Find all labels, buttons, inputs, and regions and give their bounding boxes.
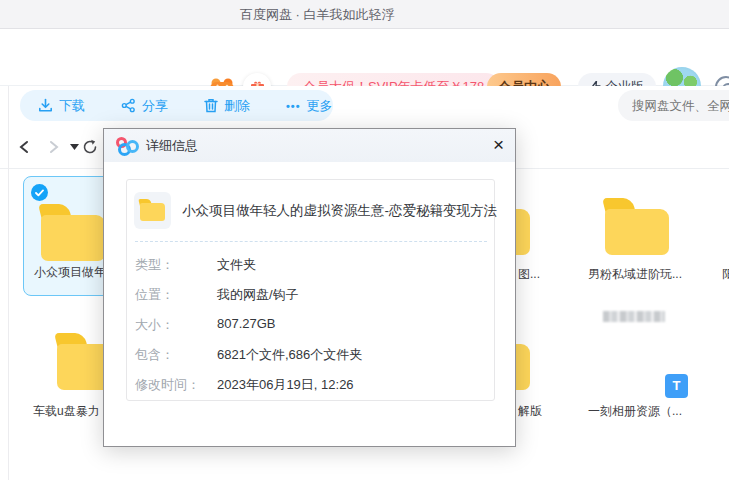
titlebar: 百度网盘 · 白羊我如此轻浮: [0, 0, 729, 29]
baidu-netdisk-window: 百度网盘 · 白羊我如此轻浮 会员大促！SVIP年卡低至￥178: [0, 0, 729, 480]
checkmark-icon: [31, 184, 48, 201]
close-icon[interactable]: ×: [493, 133, 504, 157]
detail-row-location: 位置： 我的网盘/钩子: [135, 286, 487, 304]
grid-item-label: 男粉私域进阶玩...: [588, 266, 682, 283]
modal-header: 详细信息 ×: [104, 129, 515, 162]
share-icon: [121, 98, 136, 113]
left-edge-divider: [8, 86, 9, 480]
grid-item-label: 小众项目做年: [34, 264, 106, 281]
modal-title: 详细信息: [146, 137, 198, 155]
detail-row-contains: 包含： 6821个文件,686个文件夹: [135, 346, 487, 364]
grid-item-label: 解版: [518, 403, 542, 420]
trash-icon: [204, 98, 218, 113]
file-icon-tile: [134, 192, 171, 229]
folder-icon: [41, 204, 105, 261]
window-title: 百度网盘 · 白羊我如此轻浮: [240, 6, 395, 24]
toolbar-pill: 下载 分享 删除: [20, 90, 333, 121]
details-modal: 详细信息 × 小众项目做年轻人的虚拟资源生意-恋爱秘籍变现方法 类型： 文件夹 …: [103, 128, 516, 447]
text-file-icon: T: [665, 374, 688, 398]
detail-row-size: 大小： 807.27GB: [135, 316, 487, 334]
delete-button[interactable]: 删除: [186, 97, 268, 115]
baidu-netdisk-logo-icon: [116, 137, 138, 155]
blurred-text: [603, 311, 665, 322]
share-button[interactable]: 分享: [103, 97, 186, 115]
more-dots-icon: •••: [286, 100, 301, 112]
download-button[interactable]: 下载: [20, 97, 103, 115]
forward-button[interactable]: [44, 137, 64, 157]
detail-row-modified: 修改时间： 2023年06月19日, 12:26: [135, 376, 487, 394]
more-button[interactable]: ••• 更多: [268, 97, 351, 115]
grid-item-label: 阳: [722, 266, 729, 283]
grid-item-label: 车载u盘暴力: [33, 403, 100, 420]
grid-item-label: 一刻相册资源（...: [588, 403, 682, 420]
back-button[interactable]: [14, 137, 34, 157]
file-name: 小众项目做年轻人的虚拟资源生意-恋爱秘籍变现方法: [182, 202, 497, 220]
search-input[interactable]: [618, 90, 729, 121]
grid-item-label: 图...: [518, 266, 540, 283]
download-icon: [38, 98, 53, 113]
header-bar: 会员大促！SVIP年卡低至￥178 会员中心 企业版 SVIP1: [0, 29, 729, 86]
detail-row-type: 类型： 文件夹: [135, 256, 487, 274]
action-toolbar: 下载 分享 删除: [0, 86, 729, 126]
refresh-button[interactable]: [80, 137, 100, 157]
file-info-box: 小众项目做年轻人的虚拟资源生意-恋爱秘籍变现方法 类型： 文件夹 位置： 我的网…: [126, 179, 495, 401]
folder-icon: [140, 199, 165, 221]
dashed-divider: [135, 241, 487, 242]
folder-icon: [605, 198, 669, 255]
